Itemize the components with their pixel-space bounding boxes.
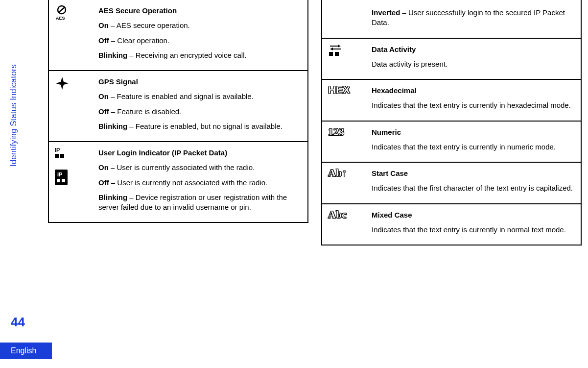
icon-cell — [322, 38, 366, 80]
indicator-title: Hexadecimal — [372, 86, 575, 96]
indicator-line: On – AES secure operation. — [98, 21, 302, 30]
desc-cell: Data Activity Data activity is present. — [366, 38, 581, 80]
indicator-title: GPS Signal — [98, 77, 302, 87]
svg-rect-16 — [335, 52, 339, 56]
indicator-line: Indicates that the first character of th… — [372, 183, 575, 193]
indicator-title: User Login Indicator (IP Packet Data) — [98, 148, 302, 158]
svg-rect-10 — [62, 179, 65, 182]
icon-cell: AES — [48, 0, 93, 71]
right-column: Inverted – User successfully login to th… — [321, 0, 582, 245]
indicator-line: Off – Clear operation. — [98, 36, 302, 46]
indicator-line: Indicates that the text entry is current… — [372, 142, 575, 152]
desc-cell: AES Secure Operation On – AES secure ope… — [93, 0, 308, 71]
indicator-table-left: AES AES Secure Operation On – AES secure… — [48, 0, 308, 223]
svg-text:IP: IP — [55, 147, 60, 153]
svg-marker-3 — [56, 77, 69, 90]
page-number: 44 — [11, 315, 25, 330]
data-activity-icon — [328, 44, 343, 56]
svg-marker-12 — [338, 45, 341, 48]
indicator-title: Numeric — [372, 127, 575, 137]
aes-icon: AES — [55, 5, 71, 22]
icon-cell: Ab↑ — [322, 162, 366, 204]
svg-rect-5 — [55, 154, 59, 158]
indicator-line: Blinking – Device registration or user r… — [98, 193, 302, 213]
desc-cell: Numeric Indicates that the text entry is… — [366, 121, 581, 163]
icon-cell — [322, 0, 366, 38]
svg-text:AES: AES — [56, 16, 65, 21]
desc-cell: Inverted – User successfully login to th… — [366, 0, 581, 38]
ip-outline-icon: IP — [55, 147, 70, 160]
indicator-line: Indicates that the text entry is current… — [372, 225, 575, 235]
icon-cell — [48, 71, 93, 142]
indicator-line: Data activity is present. — [372, 59, 575, 69]
numeric-icon: 123 — [328, 126, 344, 137]
startcase-icon: Ab↑ — [328, 168, 347, 178]
indicator-line: On – User is currently associated with t… — [98, 163, 302, 172]
svg-rect-9 — [57, 179, 60, 182]
mixedcase-icon: Abc — [328, 209, 347, 220]
svg-rect-6 — [60, 154, 64, 158]
language-tab: English — [0, 343, 52, 359]
gps-icon — [55, 76, 70, 91]
indicator-title: Data Activity — [372, 45, 575, 54]
section-label: Identifying Status Indicators — [9, 64, 19, 167]
svg-marker-14 — [330, 48, 333, 50]
desc-cell: Start Case Indicates that the first char… — [366, 162, 581, 204]
indicator-line: Inverted – User successfully login to th… — [372, 8, 575, 28]
indicator-line: Off – User is currently not associated w… — [98, 178, 302, 188]
indicator-line: On – Feature is enabled and signal is av… — [98, 92, 302, 101]
indicator-table-right: Inverted – User successfully login to th… — [321, 0, 582, 245]
icon-cell: 123 — [322, 121, 366, 163]
svg-line-1 — [58, 7, 65, 13]
indicator-line: Off – Feature is disabled. — [98, 107, 302, 117]
hex-icon: HEX — [328, 85, 350, 96]
indicator-line: Blinking – Receiving an encrypted voice … — [98, 50, 302, 60]
svg-rect-15 — [329, 52, 333, 56]
indicator-line: Blinking – Feature is enabled, but no si… — [98, 122, 302, 131]
left-column: AES AES Secure Operation On – AES secure… — [48, 0, 308, 245]
icon-cell: Abc — [322, 204, 366, 245]
desc-cell: Mixed Case Indicates that the text entry… — [366, 204, 581, 245]
ip-inverted-icon: IP — [55, 170, 70, 186]
desc-cell: Hexadecimal Indicates that the text entr… — [366, 79, 581, 121]
content-columns: AES AES Secure Operation On – AES secure… — [48, 0, 582, 245]
indicator-line: Indicates that the text entry is current… — [372, 100, 575, 110]
icon-cell: IP IP — [48, 142, 93, 222]
svg-text:IP: IP — [57, 172, 62, 177]
indicator-title: Start Case — [372, 169, 575, 178]
indicator-title: AES Secure Operation — [98, 6, 302, 16]
icon-cell: HEX — [322, 79, 366, 121]
indicator-title: Mixed Case — [372, 210, 575, 220]
desc-cell: User Login Indicator (IP Packet Data) On… — [93, 142, 308, 222]
desc-cell: GPS Signal On – Feature is enabled and s… — [93, 71, 308, 142]
